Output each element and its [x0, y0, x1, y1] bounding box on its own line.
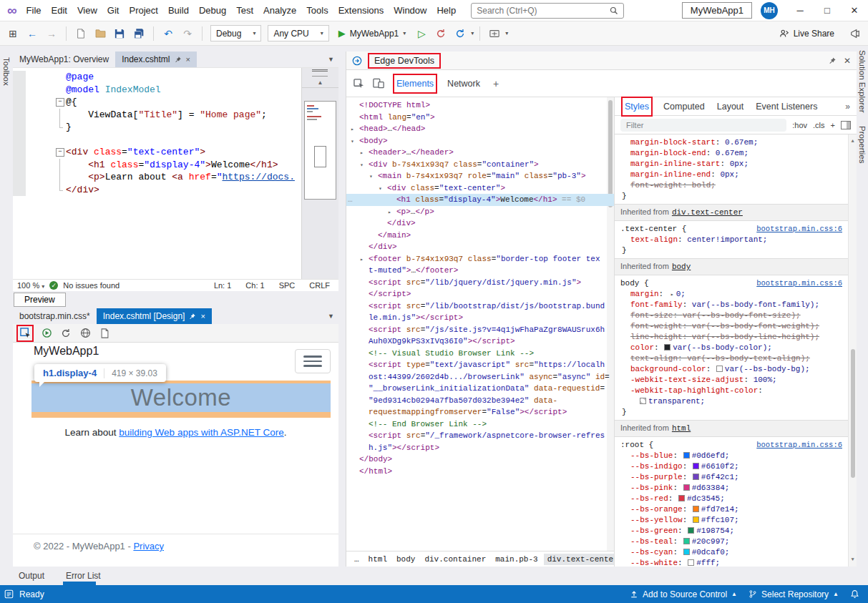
- styles-scrollbar[interactable]: ▲ ▼: [848, 134, 857, 567]
- pin-icon[interactable]: [175, 56, 182, 63]
- dom-node[interactable]: </div>: [346, 217, 614, 230]
- expand-arrow-icon[interactable]: ▾: [360, 160, 364, 172]
- close-icon[interactable]: ×: [200, 312, 205, 320]
- tab-list-chevron-icon[interactable]: ▼: [323, 308, 338, 324]
- device-emulation-icon[interactable]: [373, 78, 384, 89]
- tab-network[interactable]: Network: [446, 76, 482, 92]
- platform-select[interactable]: Any CPU ▾: [268, 25, 328, 41]
- live-share-button[interactable]: Live Share: [779, 29, 834, 39]
- dom-node[interactable]: <script type="text/javascript" src="http…: [346, 359, 614, 371]
- menu-window[interactable]: Window: [389, 1, 431, 19]
- menu-view[interactable]: View: [72, 1, 102, 19]
- stylesheet-link[interactable]: bootstrap.min.css:6: [756, 440, 842, 451]
- expand-arrow-icon[interactable]: ▾: [369, 171, 373, 183]
- dom-node[interactable]: <!-- End Browser Link -->: [346, 418, 614, 431]
- notifications-bell-icon[interactable]: [850, 589, 859, 599]
- properties-tab[interactable]: Properties: [858, 126, 867, 163]
- dom-node[interactable]: </script>: [346, 288, 614, 300]
- dom-node[interactable]: ost:44399/2602d4b.../browserLink" async=…: [346, 371, 614, 383]
- inspect-icon[interactable]: [353, 78, 364, 89]
- more-tabs-icon[interactable]: »: [845, 102, 850, 112]
- color-swatch[interactable]: [693, 463, 699, 469]
- document-icon[interactable]: [98, 327, 111, 340]
- search-box[interactable]: Search (Ctrl+Q): [471, 3, 624, 19]
- css-declaration[interactable]: --bs-blue: #0d6efd;: [620, 451, 842, 461]
- color-swatch[interactable]: [688, 527, 694, 534]
- rule-selector[interactable]: .text-center {: [620, 224, 686, 235]
- color-swatch[interactable]: [693, 516, 699, 523]
- dom-node[interactable]: ▾<main b-7s4x1x93q7 role="main" class="p…: [346, 170, 614, 182]
- dom-node[interactable]: t-muted">…</footer>: [346, 265, 614, 277]
- rule-selector[interactable]: body {: [620, 278, 649, 289]
- node-link[interactable]: div.text-center: [672, 208, 743, 217]
- filter-input[interactable]: Filter: [620, 119, 786, 132]
- new-tool-tab-icon[interactable]: +: [490, 78, 502, 89]
- dom-node[interactable]: <!-- Visual Studio Browser Link -->: [346, 348, 614, 360]
- dom-node[interactable]: <!DOCTYPE html>: [346, 99, 614, 112]
- stylesheet-link[interactable]: bootstrap.min.css:6: [756, 278, 842, 289]
- css-declaration[interactable]: text-align: var(--bs-body-text-align);: [620, 353, 842, 364]
- start-debugging-button[interactable]: ▶ MyWebApp1 ▾: [333, 28, 411, 39]
- dom-node[interactable]: <html lang="en">: [346, 112, 614, 124]
- code-editor[interactable]: @page@model IndexModel@{ ViewData["Title…: [13, 67, 338, 279]
- css-declaration[interactable]: --bs-yellow: #ffc107;: [620, 515, 842, 526]
- color-swatch[interactable]: [678, 495, 685, 501]
- expand-arrow-icon[interactable]: ▸: [670, 291, 674, 298]
- docs-link[interactable]: building Web apps with ASP.NET Core: [119, 427, 283, 438]
- css-declaration[interactable]: --bs-indigo: #6610f2;: [620, 461, 842, 472]
- menu-edit[interactable]: Edit: [47, 1, 72, 19]
- code-area[interactable]: @page@model IndexModel@{ ViewData["Title…: [13, 68, 301, 279]
- color-swatch[interactable]: [716, 366, 723, 372]
- tab-list-chevron-icon[interactable]: ▼: [323, 52, 338, 67]
- design-preview[interactable]: MyWebApp1 Welcome h1.display-4 419 × 39.…: [13, 343, 338, 567]
- css-declaration[interactable]: --bs-orange: #fd7e14;: [620, 504, 842, 515]
- css-declaration[interactable]: margin-inline-start: 0px;: [620, 159, 842, 170]
- scroll-down-icon[interactable]: ▼: [849, 554, 857, 565]
- undo-icon[interactable]: ↶: [160, 25, 177, 42]
- dom-node[interactable]: ▾<body>: [346, 135, 614, 147]
- save-all-icon[interactable]: [130, 25, 147, 42]
- error-list-tab[interactable]: Error List: [66, 571, 101, 581]
- menu-build[interactable]: Build: [163, 1, 194, 19]
- breadcrumb-item[interactable]: html: [365, 554, 391, 565]
- color-swatch[interactable]: [683, 549, 690, 555]
- dom-node[interactable]: </div>: [346, 241, 614, 253]
- menu-git[interactable]: Git: [102, 1, 125, 19]
- open-folder-icon[interactable]: [92, 25, 109, 42]
- expand-arrow-icon[interactable]: ▾: [351, 136, 354, 148]
- dom-tree[interactable]: <!DOCTYPE html><html lang="en">▸<head>…<…: [346, 97, 614, 551]
- dom-node[interactable]: </html>: [346, 466, 614, 478]
- close-icon[interactable]: ✕: [844, 56, 851, 66]
- css-declaration[interactable]: margin-block-start: 0.67em;: [620, 137, 842, 148]
- tab-computed[interactable]: Computed: [662, 99, 706, 114]
- dom-node[interactable]: "__browserLink_initializationData" data-…: [346, 383, 614, 395]
- menu-help[interactable]: Help: [431, 1, 461, 19]
- css-declaration[interactable]: --bs-pink: #d63384;: [620, 483, 842, 494]
- add-to-source-control-button[interactable]: Add to Source Control ▲: [630, 589, 737, 599]
- css-declaration[interactable]: --bs-teal: #20c997;: [620, 536, 842, 547]
- menu-test[interactable]: Test: [231, 1, 258, 19]
- zoom-select[interactable]: 100 % ▾: [17, 281, 44, 290]
- dom-node[interactable]: </body>: [346, 454, 614, 466]
- output-tab[interactable]: Output: [19, 571, 44, 581]
- dom-node[interactable]: <script src="/_framework/aspnetcore-brow…: [346, 430, 614, 442]
- dom-node[interactable]: ▸<footer b-7s4x1x93q7 class="border-top …: [346, 253, 614, 265]
- dom-node[interactable]: …<h1 class="display-4">Welcome</h1> == $…: [346, 194, 614, 206]
- css-declaration[interactable]: text-align: center!important;: [620, 235, 842, 245]
- node-link[interactable]: body: [672, 263, 691, 271]
- editor-tab[interactable]: MyWebApp1: Overview: [13, 52, 115, 67]
- close-button[interactable]: ✕: [841, 0, 868, 21]
- maximize-button[interactable]: □: [814, 0, 841, 21]
- breadcrumb-item[interactable]: body: [393, 554, 419, 565]
- dom-node[interactable]: h.js"></script>: [346, 442, 614, 454]
- toolbox-tab[interactable]: Toolbox: [2, 57, 11, 86]
- dom-node[interactable]: <script src="/lib/jquery/dist/jquery.min…: [346, 277, 614, 289]
- refresh-preview-icon[interactable]: [59, 327, 72, 340]
- dom-node[interactable]: <script src="/js/site.js?v=4q1jwFhaPaZgr…: [346, 324, 614, 336]
- expand-arrow-icon[interactable]: ▸: [360, 147, 364, 160]
- more-actions-icon[interactable]: …: [348, 194, 353, 206]
- close-icon[interactable]: ×: [186, 55, 190, 64]
- dom-node[interactable]: ▸<p>…</p>: [346, 206, 614, 218]
- rule-selector[interactable]: :root {: [620, 440, 653, 451]
- live-preview-icon[interactable]: [40, 327, 53, 340]
